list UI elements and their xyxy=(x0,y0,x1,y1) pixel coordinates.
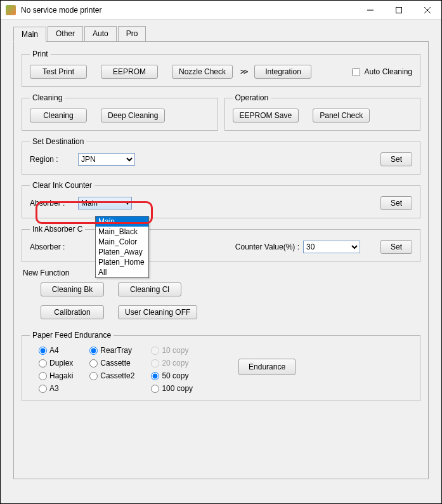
auto-cleaning-checkbox[interactable]: Auto Cleaning xyxy=(349,66,412,78)
dropdown-option[interactable]: Platen_Away xyxy=(96,247,148,257)
print-group: Print Test Print EEPROM Nozzle Check >> … xyxy=(22,50,420,87)
radio-reartray[interactable]: RearTray xyxy=(89,346,134,355)
tab-main[interactable]: Main xyxy=(13,27,46,42)
app-window: No service mode printer Main Other Auto … xyxy=(0,0,442,504)
copy-count-column: 10 copy 20 copy 50 copy 100 copy xyxy=(151,346,193,393)
radio-a4[interactable]: A4 xyxy=(39,346,73,355)
calibration-button[interactable]: Calibration xyxy=(41,305,104,319)
radio-cassette2[interactable]: Cassette2 xyxy=(89,371,134,380)
auto-cleaning-input[interactable] xyxy=(352,68,360,76)
deep-cleaning-button[interactable]: Deep Cleaning xyxy=(101,109,165,123)
dropdown-option[interactable]: Main_Black xyxy=(96,227,148,237)
ink-absorber-legend: Ink Absorber C xyxy=(30,225,85,234)
dropdown-option[interactable]: Main_Color xyxy=(96,237,148,247)
ink-absorber-group: Ink Absorber C Absorber : Counter Value(… xyxy=(22,225,420,262)
radio-100copy[interactable]: 100 copy xyxy=(151,384,193,393)
operation-legend: Operation xyxy=(233,93,271,102)
counter-value-select[interactable]: 30 xyxy=(303,241,360,253)
window-title: No service mode printer xyxy=(21,6,356,15)
set-destination-legend: Set Destination xyxy=(30,137,86,146)
test-print-button[interactable]: Test Print xyxy=(30,65,87,79)
counter-value-label: Counter Value(%) : xyxy=(235,242,299,251)
nozzle-check-button[interactable]: Nozzle Check xyxy=(172,65,233,79)
svg-rect-1 xyxy=(396,7,401,13)
clear-ink-legend: Clear Ink Counter xyxy=(30,181,94,190)
absorber-dropdown-list[interactable]: Main Main_Black Main_Color Platen_Away P… xyxy=(95,216,149,278)
cleaning-legend: Cleaning xyxy=(30,93,65,102)
radio-a3[interactable]: A3 xyxy=(39,384,73,393)
tab-bar: Main Other Auto Pro xyxy=(13,26,429,42)
set-destination-button[interactable]: Set xyxy=(380,152,412,166)
dropdown-option[interactable]: All xyxy=(96,267,148,277)
print-legend: Print xyxy=(30,50,51,58)
set-destination-group: Set Destination Region : JPN Set xyxy=(22,137,420,175)
radio-50copy[interactable]: 50 copy xyxy=(151,371,193,380)
region-select[interactable]: JPN xyxy=(78,153,135,166)
cleaning-button[interactable]: Cleaning xyxy=(30,109,87,123)
clear-ink-counter-group: Clear Ink Counter Absorber : Main ▼ Set xyxy=(22,181,420,218)
minimize-button[interactable] xyxy=(356,1,384,19)
clear-ink-set-button[interactable]: Set xyxy=(380,196,412,210)
dropdown-option[interactable]: Main xyxy=(96,216,148,227)
tab-auto[interactable]: Auto xyxy=(84,26,117,41)
eeprom-save-button[interactable]: EEPROM Save xyxy=(233,109,299,123)
user-cleaning-off-button[interactable]: User Cleaning OFF xyxy=(118,305,197,319)
close-button[interactable] xyxy=(413,1,441,19)
radio-cassette[interactable]: Cassette xyxy=(89,359,134,368)
radio-hagaki[interactable]: Hagaki xyxy=(39,371,73,380)
absorber-label: Absorber : xyxy=(30,199,74,208)
tab-other[interactable]: Other xyxy=(48,26,83,41)
arrow-icon: >> xyxy=(237,67,250,76)
radio-10copy: 10 copy xyxy=(151,346,193,355)
radio-20copy: 20 copy xyxy=(151,359,193,368)
operation-group: Operation EEPROM Save Panel Check xyxy=(224,93,421,131)
integration-button[interactable]: Integration xyxy=(254,65,311,79)
cleaning-group: Cleaning Cleaning Deep Cleaning xyxy=(22,93,218,131)
paper-size-column: A4 Duplex Hagaki A3 xyxy=(39,346,73,393)
tab-pro[interactable]: Pro xyxy=(118,26,146,41)
new-function-label: New Function xyxy=(23,269,420,277)
paper-source-column: RearTray Cassette Cassette2 xyxy=(89,346,134,380)
dropdown-option[interactable]: Platen_Home xyxy=(96,257,148,267)
paper-feed-group: Paper Feed Endurance A4 Duplex Hagaki A3… xyxy=(22,331,420,401)
absorber-select[interactable]: Main ▼ xyxy=(78,197,132,209)
radio-duplex[interactable]: Duplex xyxy=(39,359,73,368)
maximize-button[interactable] xyxy=(384,1,413,19)
absorber-value: Main xyxy=(81,199,98,208)
cleaning-bk-button[interactable]: Cleaning Bk xyxy=(41,282,104,296)
region-label: Region : xyxy=(30,155,74,164)
auto-cleaning-label: Auto Cleaning xyxy=(365,67,412,76)
paper-feed-legend: Paper Feed Endurance xyxy=(30,331,114,340)
titlebar: No service mode printer xyxy=(1,1,441,20)
endurance-button[interactable]: Endurance xyxy=(238,359,296,375)
ink-absorber-label: Absorber : xyxy=(30,242,74,251)
chevron-down-icon: ▼ xyxy=(125,201,130,206)
eeprom-button[interactable]: EEPROM xyxy=(101,65,158,79)
tab-panel: Print Test Print EEPROM Nozzle Check >> … xyxy=(13,41,429,479)
panel-check-button[interactable]: Panel Check xyxy=(313,109,370,123)
ink-absorber-set-button[interactable]: Set xyxy=(380,240,412,254)
cleaning-cl-button[interactable]: Cleaning Cl xyxy=(118,282,181,296)
app-icon xyxy=(6,5,16,15)
